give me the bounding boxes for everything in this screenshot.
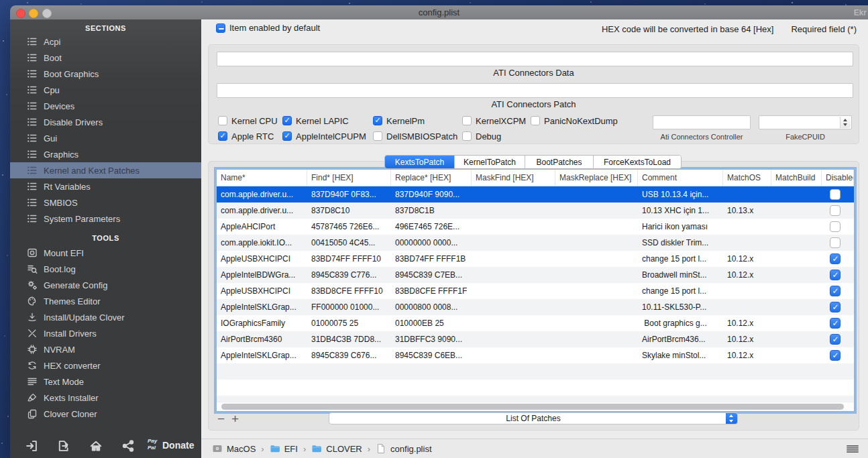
ati-connectors-data-input[interactable]: [217, 52, 853, 66]
checkbox-box[interactable]: [218, 131, 227, 141]
checkbox-dellsmbiospatch[interactable]: DellSMBIOSPatch: [373, 131, 457, 141]
home-icon[interactable]: [89, 439, 103, 453]
column-header-maskreplace-hex[interactable]: MaskReplace [HEX]: [555, 170, 638, 186]
disabled-checkbox[interactable]: [830, 205, 840, 216]
column-header-comment[interactable]: Comment: [638, 170, 723, 186]
tool-item-install-drivers[interactable]: Install Drivers: [10, 325, 201, 341]
sidebar-item-gui[interactable]: Gui: [10, 130, 201, 146]
ati-connectors-controller-input[interactable]: [653, 115, 751, 129]
tab-kerneltopatch[interactable]: KernelToPatch: [455, 156, 525, 168]
checkbox-kernel-cpu[interactable]: Kernel CPU: [218, 115, 278, 126]
checkbox-kernel-lapic[interactable]: Kernel LAPIC: [282, 115, 349, 126]
cell-comment: Skylake minStol...: [638, 347, 723, 363]
export-icon[interactable]: [57, 439, 70, 453]
sidebar-item-devices[interactable]: Devices: [10, 98, 201, 114]
tool-item-nvram[interactable]: NVRAM: [10, 341, 201, 357]
list-of-patches-popup[interactable]: List Of Patches: [329, 412, 738, 424]
sidebar-item-cpu[interactable]: Cpu: [10, 82, 201, 98]
breadcrumb-item-clover[interactable]: CLOVER: [311, 443, 362, 454]
breadcrumb-item-config-plist[interactable]: config.plist: [376, 443, 431, 454]
donate-button[interactable]: Donate: [162, 440, 194, 451]
sidebar-item-disable-drivers[interactable]: Disable Drivers: [10, 114, 201, 130]
tool-item-boot-log[interactable]: Boot.log: [10, 261, 201, 277]
remove-row-button[interactable]: −: [217, 414, 225, 424]
table-row[interactable]: IOGraphicsFamily01000075 25010000EB 25 B…: [217, 315, 854, 331]
cell-name: AppleIntelSKLGrap...: [217, 347, 307, 363]
sidebar-item-boot[interactable]: Boot: [10, 50, 201, 66]
fakecpuid-combobox[interactable]: [759, 115, 852, 129]
checkbox-debug[interactable]: Debug: [462, 131, 501, 141]
checkbox-box[interactable]: [462, 131, 472, 141]
sidebar-item-graphics[interactable]: Graphics: [10, 146, 201, 162]
table-row[interactable]: AirPortBrcm436031DB4C3B 7DD8...31DBFFC3 …: [217, 331, 854, 347]
disabled-checkbox[interactable]: [830, 221, 840, 232]
sidebar-item-kernel-and-kext-patches[interactable]: Kernel and Kext Patches: [10, 162, 201, 178]
checkbox-box[interactable]: [462, 116, 472, 125]
column-header-maskfind-hex[interactable]: MaskFind [HEX]: [472, 170, 555, 186]
table-row[interactable]: com.apple.iokit.IO...00415050 4C45...000…: [217, 235, 854, 251]
table-row[interactable]: AppleIntelBDWGra...8945C839 C776...8945C…: [217, 267, 854, 283]
import-icon[interactable]: [25, 439, 38, 453]
tool-item-kexts-installer[interactable]: Kexts Installer: [10, 390, 201, 406]
tool-item-text-mode[interactable]: Text Mode: [10, 374, 201, 390]
checkbox-box[interactable]: [218, 116, 227, 125]
checkbox-apple-rtc[interactable]: Apple RTC: [218, 131, 274, 141]
column-header-replace-hex[interactable]: Replace* [HEX]: [391, 170, 472, 186]
fakecpuid-stepper[interactable]: [840, 117, 851, 128]
sidebar-item-system-parameters[interactable]: System Parameters: [10, 211, 201, 227]
share-icon[interactable]: [121, 439, 135, 453]
checkbox-box[interactable]: [531, 116, 540, 125]
table-row[interactable]: AppleIntelSKLGrap...FF000000 01000...000…: [217, 299, 854, 315]
title-bar[interactable]: config.plist Ekr: [10, 5, 868, 20]
column-header-find-hex[interactable]: Find* [HEX]: [307, 170, 391, 186]
disabled-checkbox[interactable]: [830, 237, 840, 248]
tool-item-mount-efi[interactable]: Mount EFI: [10, 245, 201, 261]
checkbox-panicnokextdump[interactable]: PanicNoKextDump: [531, 115, 618, 126]
checkbox-box[interactable]: [373, 131, 382, 141]
tool-item-themes-editor[interactable]: Themes Editor: [10, 293, 201, 309]
checkbox-box[interactable]: [282, 131, 292, 141]
tab-kextstopatch[interactable]: KextsToPatch: [385, 156, 455, 168]
disabled-checkbox[interactable]: [830, 286, 840, 296]
table-row[interactable]: AppleUSBXHCIPCI83BD8CFE FFFF1083BD8CFE F…: [217, 283, 854, 299]
disabled-checkbox[interactable]: [830, 302, 840, 312]
checkbox-kernelxcpm[interactable]: KernelXCPM: [462, 115, 526, 126]
checkbox-box[interactable]: [282, 116, 292, 125]
ati-connectors-patch-input[interactable]: [217, 83, 853, 98]
breadcrumb-item-macos[interactable]: MacOS: [212, 443, 256, 454]
checkbox-box[interactable]: [373, 116, 382, 125]
column-header-matchos[interactable]: MatchOS: [723, 170, 771, 186]
disabled-checkbox[interactable]: [830, 334, 840, 345]
add-row-button[interactable]: +: [231, 414, 239, 424]
tab-forcekextstoload[interactable]: ForceKextsToLoad: [594, 156, 681, 168]
item-enabled-checkbox[interactable]: [216, 23, 225, 33]
disabled-checkbox[interactable]: [830, 189, 840, 200]
tool-item-clover-cloner[interactable]: Clover Cloner: [10, 406, 201, 422]
sidebar-item-acpi[interactable]: Acpi: [10, 34, 201, 50]
tab-bootpatches[interactable]: BootPatches: [525, 156, 594, 168]
tool-item-generate-config[interactable]: Generate Config: [10, 277, 201, 293]
sidebar-item-rt-variables[interactable]: Rt Variables: [10, 178, 201, 194]
checkbox-kernelpm[interactable]: KernelPm: [373, 115, 425, 126]
horizontal-scrollbar-thumb[interactable]: [221, 404, 844, 410]
tool-item-hex-converter[interactable]: HEX converter: [10, 357, 201, 374]
disabled-checkbox[interactable]: [830, 350, 840, 361]
disabled-checkbox[interactable]: [830, 318, 840, 329]
table-row[interactable]: AppleAHCIPort45787465 726E6...496E7465 7…: [217, 219, 854, 235]
disabled-checkbox[interactable]: [830, 253, 840, 264]
column-header-disabled[interactable]: Disabled: [822, 170, 854, 186]
table-row[interactable]: AppleUSBXHCIPCI83BD74FF FFFF1083BD74FF F…: [217, 251, 854, 267]
horizontal-scrollbar[interactable]: [217, 402, 854, 411]
menu-icon[interactable]: [847, 445, 859, 453]
table-row[interactable]: com.apple.driver.u...837D8C10837D8C1B10.…: [217, 203, 854, 219]
sidebar-item-boot-graphics[interactable]: Boot Graphics: [10, 66, 201, 82]
table-row[interactable]: com.apple.driver.u...837D940F 0F83...837…: [217, 186, 854, 203]
disabled-checkbox[interactable]: [830, 270, 840, 280]
sidebar-item-smbios[interactable]: SMBIOS: [10, 194, 201, 211]
breadcrumb-item-efi[interactable]: EFI: [270, 443, 298, 454]
tool-item-install-update-clover[interactable]: Install/Update Clover: [10, 309, 201, 325]
checkbox-appleintelcpupm[interactable]: AppleIntelCPUPM: [282, 131, 366, 141]
table-row[interactable]: AppleIntelSKLGrap...8945C839 C676...8945…: [217, 347, 854, 363]
column-header-name[interactable]: Name*: [217, 170, 307, 186]
column-header-matchbuild[interactable]: MatchBuild: [771, 170, 822, 186]
